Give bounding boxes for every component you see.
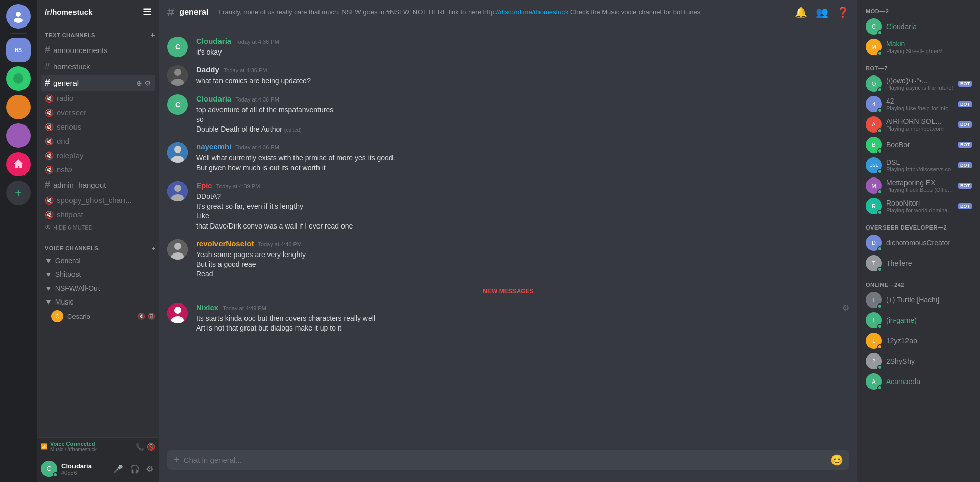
channel-overseer[interactable]: 🔇 overseer xyxy=(41,106,155,119)
user-settings-icon[interactable]: ⚙ xyxy=(144,462,155,476)
voice-channel-general[interactable]: ▼ General xyxy=(41,254,155,267)
channel-general[interactable]: # general ⊕ ⚙ xyxy=(41,75,155,91)
disconnect-icon[interactable]: 📵 xyxy=(148,313,155,320)
member-info: RoboNitori Playing for world domination! xyxy=(886,199,954,213)
message-settings-icon[interactable]: ⚙ xyxy=(842,303,849,312)
member-item[interactable]: 1 12yz12ab xyxy=(862,331,976,351)
server-icon-4[interactable] xyxy=(6,123,31,148)
help-icon[interactable]: ❓ xyxy=(837,6,849,18)
channel-spoopy[interactable]: 🔇 spoopy_ghost_chan... xyxy=(41,193,155,207)
member-name: 12yz12ab xyxy=(886,337,972,345)
member-avatar: O xyxy=(866,75,882,92)
member-item[interactable]: O (/)owo)/+·°•... Playing async is the f… xyxy=(862,73,976,94)
text-channels-header[interactable]: TEXT CHANNELS + xyxy=(37,29,159,42)
mic-icon[interactable]: 🎤 xyxy=(111,462,126,476)
voice-channel-shitpost[interactable]: ▼ Shitpost xyxy=(41,268,155,281)
member-item[interactable]: I (in-game) xyxy=(862,310,976,331)
channel-dnd[interactable]: 🔇 dnd xyxy=(41,134,155,148)
member-name: Mettaporing EX xyxy=(886,179,954,187)
channel-shitpost[interactable]: 🔇 shitpost xyxy=(41,208,155,221)
chat-input-wrapper: + 😊 xyxy=(167,450,849,470)
hide-muted-label[interactable]: 👁 HIDE 6 MUTED xyxy=(37,222,159,233)
message-content: Daddy Today at 4:36 PM what fan comics a… xyxy=(196,65,849,86)
channel-serious[interactable]: 🔇 serious xyxy=(41,120,155,134)
chevron-down-icon: ▼ xyxy=(45,298,52,306)
message-author[interactable]: Cloudaria xyxy=(196,94,231,103)
server-name[interactable]: /r/homestuck ☰ xyxy=(37,0,159,24)
message-timestamp: Today at 4:36 PM xyxy=(224,67,267,73)
hash-icon: 🔇 xyxy=(45,123,54,131)
member-item[interactable]: A AIRHORN SOL... Playing airhornbot.com … xyxy=(862,114,976,135)
message-timestamp: Today at 4:49 PM xyxy=(223,305,266,311)
chevron-down-icon: ▼ xyxy=(45,284,52,292)
server-icon-5[interactable] xyxy=(6,152,31,176)
member-name: 42 xyxy=(886,97,954,105)
status-dot xyxy=(877,30,883,35)
member-item[interactable]: M Mettaporing EX Playing Fuck Bees (Offi… xyxy=(862,175,976,196)
svg-point-4 xyxy=(174,69,181,76)
member-item[interactable]: B BooBot BOT xyxy=(862,135,976,155)
headphone-icon[interactable]: 🎧 xyxy=(128,462,142,476)
channel-roleplay[interactable]: 🔇 roleplay xyxy=(41,148,155,162)
member-info: 42 Playing Use !help for info xyxy=(886,97,954,111)
voice-settings-icon[interactable]: 📞 xyxy=(136,443,144,451)
server-icon-2[interactable] xyxy=(6,66,31,91)
upload-button[interactable]: + xyxy=(174,450,180,470)
channel-admin-hangout[interactable]: # admin_hangout ⊕ ⚙ xyxy=(41,177,155,193)
voice-channel-nsfw[interactable]: ▼ NSFW/All-Out xyxy=(41,282,155,295)
message-author[interactable]: Epic xyxy=(196,181,212,190)
member-name: BooBot xyxy=(886,141,954,149)
message-author[interactable]: revolverNoselot xyxy=(196,239,254,248)
add-voice-channel-button[interactable]: + xyxy=(152,245,155,251)
member-avatar: A xyxy=(866,116,882,133)
member-item[interactable]: DSL DSL Playing http://discservs.co BOT xyxy=(862,155,976,175)
hash-icon: # xyxy=(45,78,50,88)
category-header-bot: BOT—7 xyxy=(862,65,976,73)
message-author[interactable]: Daddy xyxy=(196,65,219,74)
message-group: Nixlex Today at 4:49 PM Its starts kinda… xyxy=(159,299,857,338)
member-item[interactable]: T (+) Turtle [Hachi] xyxy=(862,290,976,310)
invite-icon[interactable]: ⊕ xyxy=(136,79,142,87)
main-chat: # general Frankly, none of us really car… xyxy=(159,0,857,482)
server-icon-homestuck[interactable]: HS xyxy=(6,38,31,62)
message-text: top adventure of all of the mspafanventu… xyxy=(196,105,849,135)
category-header-overseer: OVERSEER DEVELOPER—2 xyxy=(862,224,976,233)
add-server-button[interactable]: + xyxy=(6,181,31,205)
message-timestamp: Today at 4:39 PM xyxy=(216,183,260,189)
emoji-button[interactable]: 😊 xyxy=(830,454,843,466)
settings-icon[interactable]: ⚙ xyxy=(144,79,151,87)
members-icon[interactable]: 👥 xyxy=(816,6,828,18)
channel-homestuck[interactable]: # homestuck ⊕ ⚙ xyxy=(41,59,155,74)
status-dot xyxy=(877,169,883,174)
channel-radio[interactable]: 🔇 radio xyxy=(41,91,155,105)
voice-channel-music[interactable]: ▼ Music xyxy=(41,295,155,309)
channel-announcements[interactable]: # announcements ⊕ ⚙ xyxy=(41,42,155,58)
member-item[interactable]: T Thellere xyxy=(862,253,976,273)
message-author[interactable]: Nixlex xyxy=(196,303,218,312)
member-item[interactable]: R RoboNitori Playing for world dominatio… xyxy=(862,196,976,216)
channel-nsfw[interactable]: 🔇 nsfw xyxy=(41,163,155,176)
member-name: Makin xyxy=(886,40,972,48)
bell-icon[interactable]: 🔔 xyxy=(795,6,807,18)
voice-channels-section: VOICE CHANNELS + ▼ General ▼ Shitpost ▼ … xyxy=(37,237,159,323)
member-item[interactable]: A Acamaeda xyxy=(862,371,976,392)
member-item[interactable]: 2 2ShyShy xyxy=(862,351,976,371)
message-group: revolverNoselot Today at 4:46 PM Yeah so… xyxy=(159,235,857,284)
member-info: Acamaeda xyxy=(886,377,972,386)
chat-input[interactable] xyxy=(184,450,826,470)
voice-disconnect-icon[interactable]: 📵 xyxy=(146,443,155,451)
member-item[interactable]: C Cloudaria xyxy=(862,16,976,37)
voice-channels-header[interactable]: VOICE CHANNELS + xyxy=(37,237,159,253)
message-author[interactable]: Cloudaria xyxy=(196,37,231,45)
sidebar-content: TEXT CHANNELS + # announcements ⊕ ⚙ # ho… xyxy=(37,24,159,437)
member-item[interactable]: 4 42 Playing Use !help for info BOT xyxy=(862,94,976,114)
svg-point-13 xyxy=(174,243,181,250)
member-item[interactable]: D dichotomousCreator xyxy=(862,233,976,253)
status-dot xyxy=(877,87,883,92)
server-icon-3[interactable] xyxy=(6,95,31,119)
add-channel-button[interactable]: + xyxy=(150,31,155,40)
message-author[interactable]: nayeemhi xyxy=(196,142,231,151)
mute-icon[interactable]: 🔇 xyxy=(138,313,145,320)
member-item[interactable]: M Makin Playing StreetFighterV xyxy=(862,37,976,57)
home-server-icon[interactable] xyxy=(6,4,31,29)
